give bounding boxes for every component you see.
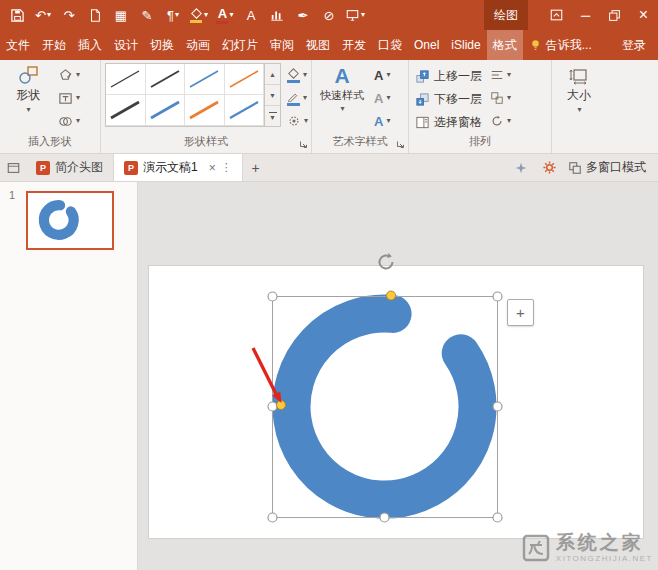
ink-pen-button[interactable]: ✒ — [290, 0, 316, 30]
resize-handle[interactable] — [268, 513, 277, 522]
resize-handle[interactable] — [268, 292, 277, 301]
no-fill-button[interactable]: ⊘ — [316, 0, 342, 30]
chevron-down-icon: ▾ — [47, 11, 51, 19]
gallery-down-button[interactable]: ▼ — [265, 85, 280, 106]
tab-islide[interactable]: iSlide — [445, 30, 486, 60]
shape-style-option[interactable] — [106, 64, 146, 95]
resize-handle[interactable] — [493, 402, 502, 411]
resize-handle[interactable] — [380, 513, 389, 522]
font-color-button[interactable]: A ▾ — [212, 0, 238, 30]
new-document-button[interactable] — [82, 0, 108, 30]
add-button[interactable]: + — [507, 299, 534, 326]
tab-transitions[interactable]: 切换 — [144, 30, 180, 60]
shape-outline-button[interactable]: ▾ — [285, 88, 310, 108]
tab-developer[interactable]: 开发 — [336, 30, 372, 60]
adjust-handle[interactable] — [387, 291, 396, 300]
chevron-down-icon: ▾ — [361, 11, 365, 19]
group-objects-button[interactable]: ▾ — [488, 88, 513, 108]
shape-fill-button[interactable]: ▾ — [285, 65, 310, 85]
tab-pocket[interactable]: 口袋 — [372, 30, 408, 60]
save-button[interactable] — [4, 0, 30, 30]
tab-home[interactable]: 开始 — [36, 30, 72, 60]
document-tab-current[interactable]: P 演示文稿1 × ⋮ — [114, 154, 243, 181]
tab-view[interactable]: 视图 — [300, 30, 336, 60]
size-button[interactable]: 大小 ▾ — [556, 63, 602, 153]
text-outline-button[interactable]: A ▾ — [372, 88, 392, 108]
tab-insert[interactable]: 插入 — [72, 30, 108, 60]
shape-style-option[interactable] — [225, 95, 265, 126]
table-button[interactable]: ▦ — [108, 0, 134, 30]
paragraph-button[interactable]: ¶▾ — [160, 0, 186, 30]
wordart-dialog-launcher[interactable] — [395, 139, 406, 150]
close-button[interactable]: × — [629, 0, 658, 30]
title-bar: ↶▾ ↷ ▦ ✎ ¶▾ ▾ A ▾ A — [0, 0, 658, 30]
ribbon-display-options-button[interactable] — [542, 0, 571, 30]
send-backward-button[interactable]: 下移一层 — [413, 88, 484, 110]
display-mode-button[interactable]: ▾ — [342, 0, 368, 30]
tab-menu-icon[interactable]: ⋮ — [221, 161, 232, 174]
slide-thumbnail-1[interactable] — [26, 191, 114, 250]
shape-style-option[interactable] — [185, 95, 225, 126]
shapes-button[interactable]: 形状 ▾ — [4, 63, 52, 134]
tab-slideshow[interactable]: 幻灯片 — [216, 30, 264, 60]
align-button[interactable]: ▾ — [488, 65, 513, 85]
multi-window-button[interactable]: 多窗口模式 — [564, 159, 650, 176]
rotate-handle[interactable] — [380, 253, 393, 269]
tab-review[interactable]: 审阅 — [264, 30, 300, 60]
merge-shapes-button[interactable]: ▾ — [56, 111, 82, 131]
paragraph-icon: ¶ — [167, 9, 174, 22]
restore-button[interactable] — [600, 0, 629, 30]
edit-shape-button[interactable]: ▾ — [56, 65, 82, 85]
settings-gear-icon[interactable] — [536, 160, 562, 175]
rotate-objects-button[interactable]: ▾ — [488, 111, 513, 131]
tab-onekey[interactable]: Onel — [408, 30, 445, 60]
shape-style-option[interactable] — [185, 64, 225, 95]
gallery-more-button[interactable]: ▼ — [265, 106, 280, 126]
tab-design[interactable]: 设计 — [108, 30, 144, 60]
shape-styles-dialog-launcher[interactable] — [298, 139, 309, 150]
document-tab-intro[interactable]: P 简介头图 — [26, 154, 114, 181]
block-arc-shape[interactable] — [292, 314, 478, 500]
restore-icon — [608, 9, 621, 22]
minimize-button[interactable]: ─ — [571, 0, 600, 30]
shape-style-option[interactable] — [146, 64, 186, 95]
sign-in-button[interactable]: 登录 — [610, 30, 658, 60]
slide-editing-area[interactable]: + 系统之家 XITONGZHIJIA.NET — [138, 182, 658, 570]
chevron-down-icon: ▾ — [303, 94, 307, 102]
text-box-button[interactable]: ▾ — [56, 88, 82, 108]
resize-handle[interactable] — [268, 402, 277, 411]
tab-format[interactable]: 格式 — [487, 30, 523, 60]
resize-handle[interactable] — [493, 292, 502, 301]
chevron-down-icon: ▾ — [76, 94, 80, 102]
plugin-icon[interactable] — [508, 161, 534, 175]
text-effects-button[interactable]: A ▾ — [372, 111, 392, 131]
resize-handle[interactable] — [493, 513, 502, 522]
format-painter-button[interactable]: ✎ — [134, 0, 160, 30]
redo-button[interactable]: ↷ — [56, 0, 82, 30]
shape-style-option[interactable] — [106, 95, 146, 126]
chevron-down-icon: ▾ — [507, 94, 511, 102]
shape-style-option[interactable] — [146, 95, 186, 126]
gallery-up-button[interactable]: ▲ — [265, 64, 280, 85]
tab-file[interactable]: 文件 — [0, 30, 36, 60]
character-button[interactable]: A — [238, 0, 264, 30]
ribbon-tab-bar: 文件 开始 插入 设计 切换 动画 幻灯片 审阅 视图 开发 口袋 Onel i… — [0, 30, 658, 60]
tab-animations[interactable]: 动画 — [180, 30, 216, 60]
chart-button[interactable] — [264, 0, 290, 30]
bring-forward-button[interactable]: 上移一层 — [413, 65, 484, 87]
text-fill-button[interactable]: A ▾ — [372, 65, 392, 85]
fill-color-button[interactable]: ▾ — [186, 0, 212, 30]
shape-style-option[interactable] — [225, 64, 265, 95]
new-tab-button[interactable]: + — [243, 154, 269, 181]
context-tab-group-label[interactable]: 绘图 — [484, 0, 528, 30]
more-bar-icon — [269, 112, 277, 113]
document-tab-bar: P 简介头图 P 演示文稿1 × ⋮ + 多窗口模式 — [0, 154, 658, 182]
shape-effects-button[interactable]: ▾ — [285, 111, 310, 131]
close-tab-icon[interactable]: × — [209, 161, 216, 175]
quick-styles-button[interactable]: A 快速样式 ▾ — [316, 63, 368, 134]
merge-shapes-icon — [58, 114, 73, 129]
selection-pane-button[interactable]: 选择窗格 — [413, 111, 484, 133]
tell-me-button[interactable]: 告诉我... — [523, 30, 598, 60]
undo-button[interactable]: ↶▾ — [30, 0, 56, 30]
workspace-icon[interactable] — [0, 154, 26, 181]
